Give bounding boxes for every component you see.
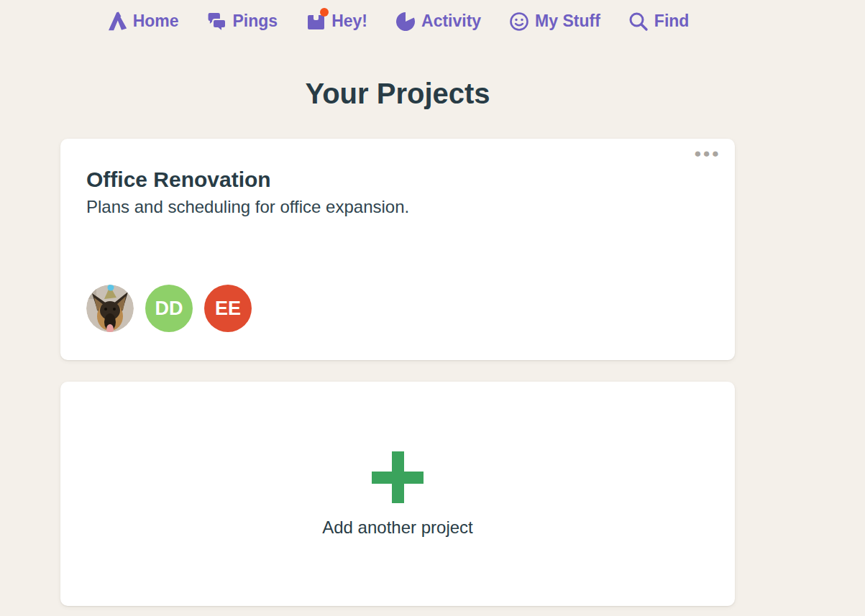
- member-avatar-dd: DD: [145, 285, 193, 332]
- top-nav: Home Pings Hey! Acti: [0, 0, 795, 36]
- nav-item-label: Pings: [233, 12, 278, 31]
- add-project-card[interactable]: Add another project: [60, 382, 735, 606]
- project-description: Plans and scheduling for office expansio…: [86, 197, 709, 217]
- dog-photo-avatar: [86, 285, 134, 332]
- card-menu-button[interactable]: ●●●: [690, 143, 725, 164]
- home-icon: [106, 11, 128, 32]
- nav-item-label: Activity: [421, 12, 481, 31]
- activity-pie-icon: [395, 11, 416, 32]
- nav-item-label: My Stuff: [535, 12, 600, 31]
- notification-dot: [320, 8, 329, 17]
- add-project-label: Add another project: [322, 518, 472, 538]
- nav-item-find[interactable]: Find: [628, 11, 690, 32]
- page-title: Your Projects: [0, 78, 795, 110]
- project-card[interactable]: ●●● Office Renovation Plans and scheduli…: [60, 139, 735, 360]
- nav-item-label: Hey!: [331, 12, 367, 31]
- project-members: DD EE: [86, 285, 709, 332]
- plus-icon: [370, 450, 425, 505]
- project-name: Office Renovation: [86, 167, 709, 192]
- my-stuff-smiley-icon: [508, 11, 530, 32]
- hey-inbox-icon: [305, 11, 326, 32]
- nav-item-hey[interactable]: Hey!: [305, 11, 367, 32]
- nav-item-home[interactable]: Home: [106, 11, 179, 32]
- nav-item-pings[interactable]: Pings: [206, 11, 278, 32]
- page-content: Home Pings Hey! Acti: [0, 0, 795, 606]
- nav-item-label: Home: [133, 12, 179, 31]
- nav-item-my-stuff[interactable]: My Stuff: [508, 11, 600, 32]
- avatar-initials: EE: [215, 298, 241, 320]
- avatar-initials: DD: [155, 298, 183, 320]
- pings-icon: [206, 11, 228, 32]
- member-avatar-ee: EE: [204, 285, 252, 332]
- nav-item-label: Find: [654, 12, 690, 31]
- nav-item-activity[interactable]: Activity: [395, 11, 481, 32]
- find-search-icon: [628, 11, 649, 32]
